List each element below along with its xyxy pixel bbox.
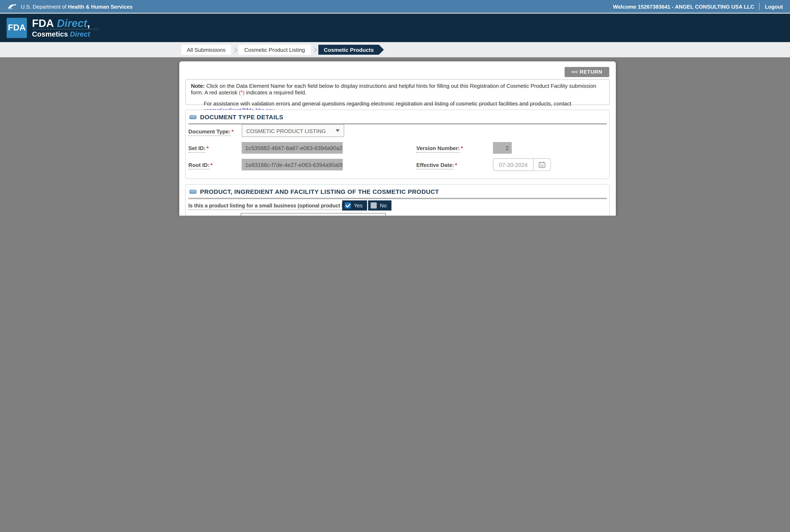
app-title: FDA Direct, Cosmetics Direct: [32, 17, 99, 38]
version-number-label: Version Number:*: [417, 145, 463, 153]
unchecked-checkbox-icon: [371, 203, 377, 209]
checked-checkbox-icon: [345, 203, 351, 209]
chevron-right-icon: [233, 47, 237, 52]
small-business-question-label: Is this a product listing for a small bu…: [188, 203, 364, 210]
return-button[interactable]: << RETURN: [565, 67, 609, 77]
document-type-select[interactable]: COSMETIC PRODUCT LISTING: [242, 125, 344, 137]
page-background: << RETURN Note: Click on the Data Elemen…: [0, 57, 790, 216]
form-card: << RETURN Note: Click on the Data Elemen…: [179, 61, 616, 216]
version-number-field: 2: [493, 142, 512, 154]
section-title: DOCUMENT TYPE DETAILS: [200, 114, 283, 121]
no-toggle[interactable]: No: [368, 201, 391, 210]
breadcrumb-cosmetic-product-listing[interactable]: Cosmetic Product Listing: [239, 44, 310, 55]
divider: [188, 198, 607, 199]
section-product-listing: PRODUCT, INGREDIENT AND FACILITY LISTING…: [185, 184, 610, 216]
set-id-label: Set ID:*: [188, 145, 209, 153]
document-type-label: Document Type:*: [188, 128, 234, 136]
fda-cosmetics-direct-page: U.S. Department of Health & Human Servic…: [0, 0, 790, 216]
collapse-dash-icon[interactable]: [189, 190, 197, 194]
breadcrumb-cosmetic-products[interactable]: Cosmetic Products: [318, 44, 384, 55]
effective-date-group: [493, 158, 551, 171]
effective-date-input[interactable]: [493, 158, 533, 171]
collapse-dash-icon[interactable]: [189, 115, 197, 119]
type-of-business-box: Type of Business: MANUFACTURER PACKER: [241, 213, 386, 216]
section-title: PRODUCT, INGREDIENT AND FACILITY LISTING…: [200, 188, 439, 195]
section-document-type-details: DOCUMENT TYPE DETAILS Document Type:* CO…: [185, 110, 610, 179]
chevron-down-icon: [335, 129, 339, 132]
calendar-icon[interactable]: [534, 158, 551, 171]
root-id-field: 1e83166c-f7de-4e27-e063-6394a90a0881: [242, 159, 343, 170]
fda-logo[interactable]: FDA: [6, 18, 27, 38]
root-id-label: Root ID:*: [188, 162, 213, 169]
chevron-right-icon: [312, 47, 317, 52]
note-text: Note: Click on the Data Element Name for…: [191, 83, 604, 96]
hhs-dept-text: U.S. Department of Health & Human Servic…: [21, 3, 132, 10]
brand-header: FDA FDA Direct, Cosmetics Direct: [0, 13, 790, 42]
breadcrumb: All Submissions Cosmetic Product Listing…: [0, 42, 790, 57]
small-business-toggle: Yes No: [342, 201, 391, 210]
hhs-top-bar: U.S. Department of Health & Human Servic…: [0, 0, 790, 13]
logout-link[interactable]: Logout: [765, 3, 783, 10]
hhs-eagle-icon: [7, 2, 17, 10]
set-id-field: 1c535882-4647-6a67-e063-6394a90a286a: [242, 142, 343, 154]
yes-toggle[interactable]: Yes: [342, 201, 367, 210]
note-box: Note: Click on the Data Element Name for…: [185, 79, 610, 105]
breadcrumb-all-submissions[interactable]: All Submissions: [181, 44, 231, 55]
divider: [759, 3, 760, 10]
effective-date-label: Effective Date:*: [417, 162, 457, 169]
welcome-text: Welcome 15267383641 - ANGEL CONSULTING U…: [613, 3, 754, 10]
